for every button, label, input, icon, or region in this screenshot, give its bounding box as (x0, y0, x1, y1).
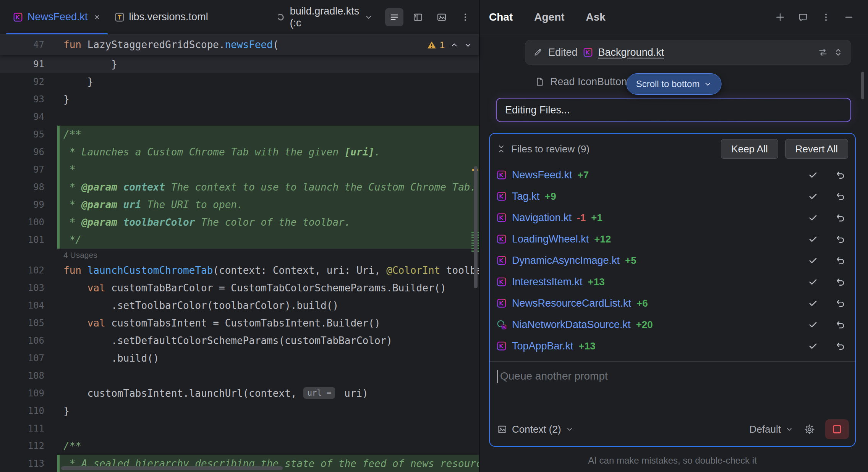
edited-file-link[interactable]: Background.kt (598, 47, 664, 58)
prompt-input[interactable]: Queue another prompt (490, 362, 855, 419)
line-number[interactable]: 100 (0, 213, 57, 231)
sticky-header-line[interactable]: 47 fun LazyStaggeredGridScope.newsFeed( … (0, 34, 479, 55)
open-diff-icon[interactable] (818, 47, 828, 57)
editor-vertical-scrollbar[interactable] (474, 166, 478, 288)
attach-image-icon[interactable] (497, 424, 507, 435)
line-number[interactable]: 103 (0, 279, 57, 297)
code-line-112[interactable]: 112/** (0, 437, 479, 455)
line-number[interactable]: 109 (0, 385, 57, 402)
revert-file-button[interactable] (835, 191, 846, 202)
line-number[interactable]: 106 (0, 332, 57, 349)
accept-file-button[interactable] (808, 191, 818, 202)
file-link[interactable]: NewsFeed.kt (512, 169, 572, 181)
chat-tab-chat[interactable]: Chat (489, 0, 513, 34)
code-line-92[interactable]: 92 } (0, 73, 479, 91)
chat-history-icon[interactable] (798, 12, 808, 23)
revert-file-button[interactable] (835, 170, 846, 180)
file-review-row-topappbar-kt[interactable]: TopAppBar.kt+13 (497, 335, 848, 357)
line-number[interactable]: 93 (0, 91, 57, 108)
new-chat-icon[interactable] (775, 12, 785, 23)
file-link[interactable]: InterestsItem.kt (512, 276, 583, 288)
revert-file-button[interactable] (835, 341, 846, 351)
hide-panel-icon[interactable] (844, 12, 854, 23)
line-number[interactable]: 110 (0, 402, 57, 420)
keep-all-button[interactable]: Keep All (721, 139, 778, 159)
code-line-98[interactable]: 98 * @param context The context to use t… (0, 178, 479, 196)
file-link[interactable]: Navigation.kt (512, 212, 572, 224)
expand-card-icon[interactable] (833, 47, 843, 57)
file-link[interactable]: NiaNetworkDataSource.kt (512, 319, 631, 331)
edited-file-card[interactable]: Edited Background.kt (525, 40, 851, 65)
accept-file-button[interactable] (808, 298, 818, 309)
accept-file-button[interactable] (808, 319, 818, 330)
file-review-row-newsresourcecardlist-kt[interactable]: NewsResourceCardList.kt+6 (497, 293, 848, 314)
editor-horizontal-scrollbar[interactable] (61, 466, 283, 470)
more-options-icon[interactable] (456, 8, 474, 26)
chat-tab-agent[interactable]: Agent (534, 0, 564, 34)
code-line-106[interactable]: 106 .setDefaultColorSchemeParams(customT… (0, 332, 479, 349)
revert-file-button[interactable] (835, 234, 846, 244)
file-review-row-tag-kt[interactable]: Tag.kt+9 (497, 186, 848, 207)
file-link[interactable]: NewsResourceCardList.kt (512, 297, 631, 309)
line-number[interactable]: 107 (0, 349, 57, 367)
code-line-95[interactable]: 95/** (0, 126, 479, 143)
screenshot-icon[interactable] (432, 8, 451, 26)
line-number[interactable]: 108 (0, 367, 57, 385)
file-link[interactable]: LoadingWheel.kt (512, 233, 589, 245)
code-line-110[interactable]: 110} (0, 402, 479, 420)
model-chevron-icon[interactable] (785, 425, 793, 433)
code-line-100[interactable]: 100 * @param toolbarColor The color of t… (0, 213, 479, 231)
line-number[interactable]: 99 (0, 196, 57, 213)
code-line-99[interactable]: 99 * @param uri The URI to open. (0, 196, 479, 213)
code-line-111[interactable]: 111 (0, 420, 479, 437)
line-number[interactable]: 97 (0, 161, 57, 178)
next-problem-icon[interactable] (464, 41, 472, 49)
code-line-108[interactable]: 108 (0, 367, 479, 385)
code-editor[interactable]: 91 }92 }93}9495/**96 * Launches a Custom… (0, 55, 479, 472)
file-review-row-navigation-kt[interactable]: Navigation.kt-1+1 (497, 207, 848, 228)
line-number[interactable]: 113 (0, 455, 57, 472)
accept-file-button[interactable] (808, 212, 818, 223)
context-selector[interactable]: Context (2) (512, 424, 561, 435)
editor-tab-libs-versions-toml[interactable]: libs.versions.toml (108, 0, 215, 34)
code-line-93[interactable]: 93} (0, 91, 479, 108)
line-number[interactable]: 98 (0, 178, 57, 196)
file-review-row-nianetworkdatasource-kt[interactable]: NiaNetworkDataSource.kt+20 (497, 314, 848, 335)
accept-file-button[interactable] (808, 341, 818, 351)
line-number[interactable]: 104 (0, 297, 57, 314)
line-number[interactable]: 102 (0, 262, 57, 279)
revert-file-button[interactable] (835, 319, 846, 330)
code-line-91[interactable]: 91 } (0, 55, 479, 73)
settings-gear-icon[interactable] (804, 424, 815, 435)
code-line-107[interactable]: 107 .build() (0, 349, 479, 367)
chat-scrollbar[interactable] (861, 72, 864, 99)
file-link[interactable]: Tag.kt (512, 191, 539, 202)
editor-tab-newsfeed-kt[interactable]: NewsFeed.kt (6, 0, 108, 34)
accept-file-button[interactable] (808, 170, 818, 180)
collapse-panel-icon[interactable] (497, 144, 506, 154)
accept-file-button[interactable] (808, 234, 818, 244)
stop-generation-button[interactable] (825, 419, 849, 439)
line-number[interactable]: 112 (0, 437, 57, 455)
code-line-109[interactable]: 109 customTabsIntent.launchUrl(context, … (0, 385, 479, 402)
editor-tab-build-gradle-kts-c[interactable]: build.gradle.kts (:c (268, 0, 380, 34)
structure-view-icon[interactable] (385, 8, 403, 26)
chat-tab-ask[interactable]: Ask (586, 0, 606, 34)
code-line-105[interactable]: 105 val customTabsIntent = CustomTabsInt… (0, 314, 479, 332)
accept-file-button[interactable] (808, 276, 818, 287)
file-review-row-loadingwheel-kt[interactable]: LoadingWheel.kt+12 (497, 228, 848, 250)
line-number[interactable]: 111 (0, 420, 57, 437)
close-tab-icon[interactable] (93, 13, 101, 21)
revert-all-button[interactable]: Revert All (785, 139, 848, 159)
line-number[interactable]: 95 (0, 126, 57, 143)
code-line-96[interactable]: 96 * Launches a Custom Chrome Tab with t… (0, 143, 479, 161)
scroll-to-bottom-button[interactable]: Scroll to bottom (627, 73, 722, 95)
file-review-row-dynamicasyncimage-kt[interactable]: DynamicAsyncImage.kt+5 (497, 250, 848, 271)
file-review-row-newsfeed-kt[interactable]: NewsFeed.kt+7 (497, 164, 848, 186)
line-number[interactable]: 105 (0, 314, 57, 332)
revert-file-button[interactable] (835, 212, 846, 223)
previous-problem-icon[interactable] (450, 41, 458, 49)
line-number[interactable]: 96 (0, 143, 57, 161)
line-number[interactable]: 94 (0, 108, 57, 126)
model-selector[interactable]: Default (750, 424, 781, 435)
